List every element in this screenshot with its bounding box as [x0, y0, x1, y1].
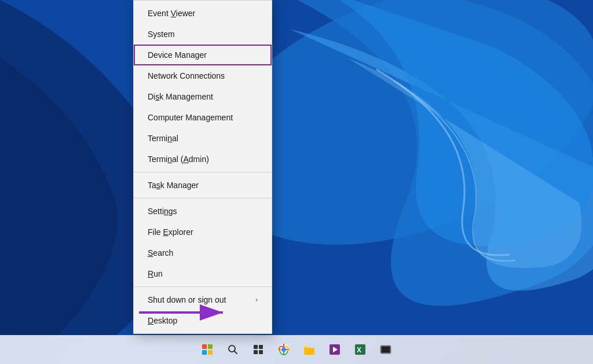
taskbar-file-explorer[interactable]	[298, 338, 321, 361]
menu-item-system[interactable]: System	[134, 24, 272, 45]
svg-rect-18	[382, 347, 390, 352]
menu-item-terminal-admin[interactable]: Terminal (Admin)	[134, 149, 272, 170]
menu-item-event-viewer[interactable]: Event Viewer	[134, 3, 272, 24]
menu-item-settings[interactable]: Settings	[134, 201, 272, 222]
desktop-background	[0, 0, 593, 336]
menu-item-label-terminal: Terminal	[148, 134, 178, 143]
menu-item-network-connections[interactable]: Network Connections	[134, 65, 272, 86]
taskbar-windows-start[interactable]	[196, 338, 219, 361]
menu-item-search[interactable]: Search	[134, 242, 272, 263]
svg-rect-8	[254, 350, 258, 354]
menu-item-label-disk-management: Disk Management	[148, 92, 213, 101]
menu-item-label-computer-management: Computer Management	[148, 113, 233, 122]
menu-item-label-system: System	[148, 30, 175, 39]
taskbar-task-view[interactable]	[247, 338, 270, 361]
menu-item-label-file-explorer: File Explorer	[148, 227, 193, 237]
submenu-arrow-icon: ›	[255, 296, 258, 304]
menu-item-terminal[interactable]: Terminal	[134, 128, 272, 149]
menu-item-label-task-manager: Task Manager	[148, 181, 199, 190]
menu-item-label-run: Run	[148, 269, 163, 278]
menu-item-run[interactable]: Run	[134, 263, 272, 284]
svg-rect-6	[254, 345, 258, 349]
svg-rect-7	[259, 345, 263, 349]
desktop: Event ViewerSystemDevice ManagerNetwork …	[0, 0, 593, 364]
menu-item-label-device-manager: Device Manager	[148, 50, 207, 60]
menu-item-label-terminal-admin: Terminal (Admin)	[148, 155, 209, 164]
menu-item-label-search: Search	[148, 248, 173, 258]
menu-separator	[134, 198, 272, 198]
svg-rect-12	[304, 348, 314, 355]
menu-item-label-settings: Settings	[148, 207, 177, 216]
menu-separator	[134, 286, 272, 287]
menu-item-device-manager[interactable]: Device Manager	[134, 45, 272, 65]
menu-item-file-explorer[interactable]: File Explorer	[134, 222, 272, 242]
taskbar-excel[interactable]: X	[349, 338, 372, 361]
menu-item-disk-management[interactable]: Disk Management	[134, 86, 272, 107]
taskbar-search[interactable]	[221, 338, 244, 361]
svg-rect-9	[259, 350, 263, 354]
taskbar-chrome[interactable]	[272, 338, 295, 361]
svg-line-5	[235, 351, 237, 354]
svg-text:X: X	[357, 346, 361, 354]
context-menu: Event ViewerSystemDevice ManagerNetwork …	[133, 0, 272, 334]
taskbar: X	[0, 335, 593, 364]
arrow-annotation	[133, 295, 237, 332]
taskbar-app1[interactable]	[323, 338, 346, 361]
svg-point-11	[281, 347, 286, 352]
taskbar-app2[interactable]	[374, 338, 397, 361]
menu-separator	[134, 172, 272, 172]
menu-item-task-manager[interactable]: Task Manager	[134, 175, 272, 196]
menu-item-label-network-connections: Network Connections	[148, 71, 225, 80]
menu-item-computer-management[interactable]: Computer Management	[134, 107, 272, 128]
menu-item-label-event-viewer: Event Viewer	[148, 9, 195, 18]
